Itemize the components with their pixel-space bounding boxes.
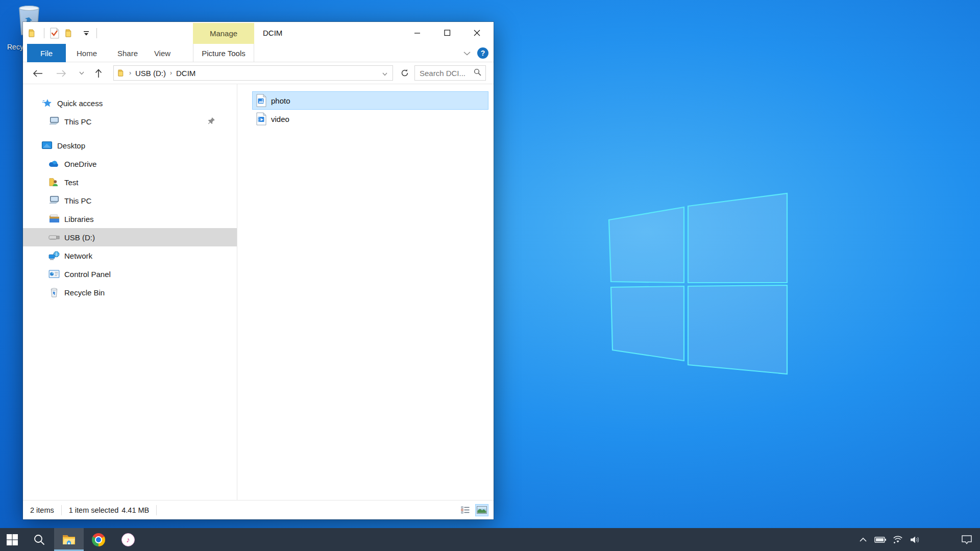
details-view-button[interactable] — [459, 504, 472, 516]
address-folder-icon — [114, 69, 127, 77]
title-bar[interactable]: Manage DCIM — [23, 22, 494, 44]
refresh-button[interactable] — [397, 65, 412, 81]
tray-expand-chevron-icon[interactable] — [854, 528, 872, 551]
file-name: video — [271, 115, 289, 123]
sidebar-item-usb-d[interactable]: USB (D:) — [23, 228, 237, 246]
start-button[interactable] — [0, 528, 24, 551]
up-button[interactable] — [91, 62, 106, 84]
network-icon — [48, 250, 60, 261]
items-count: 2 items — [23, 506, 61, 514]
toolbar-divider — [96, 28, 97, 38]
sidebar-item-label: This PC — [64, 196, 91, 205]
onedrive-cloud-icon — [48, 158, 60, 169]
folder-icon[interactable] — [28, 28, 39, 39]
file-item-video[interactable]: video — [252, 110, 488, 128]
this-pc-icon — [48, 195, 60, 206]
breadcrumb-chevron-icon: › — [127, 69, 133, 77]
sidebar-item-label: Libraries — [64, 215, 94, 223]
tab-home[interactable]: Home — [72, 44, 102, 62]
toolbar-divider — [44, 28, 44, 38]
quick-access-star-icon — [41, 97, 53, 109]
sidebar-item-quick-access[interactable]: Quick access — [23, 94, 237, 112]
start-icon — [6, 534, 18, 546]
quick-access-toolbar — [28, 22, 97, 44]
taskbar-search-button[interactable] — [24, 528, 54, 551]
folder-icon[interactable] — [65, 28, 76, 39]
user-folder-icon — [48, 177, 60, 188]
minimize-button[interactable] — [403, 22, 432, 44]
recycle-bin-icon — [48, 287, 60, 298]
image-file-icon — [256, 94, 267, 107]
taskbar-chrome-button[interactable] — [84, 528, 113, 551]
tab-share[interactable]: Share — [111, 44, 144, 62]
sidebar-item-network[interactable]: Network — [23, 246, 237, 265]
ribbon-tab-row: File Home Share View Picture Tools ? — [23, 44, 494, 62]
search-icon[interactable] — [474, 68, 485, 78]
selection-size: 4.41 MB — [121, 506, 156, 514]
breadcrumb-drive[interactable]: USB (D:) — [133, 69, 168, 78]
file-explorer-icon — [62, 534, 76, 546]
windows-logo-wallpaper — [605, 190, 795, 379]
customize-qat-dropdown-icon[interactable] — [81, 28, 92, 39]
taskbar-file-explorer-button[interactable] — [54, 528, 84, 551]
close-button[interactable] — [462, 22, 492, 44]
manage-contextual-tab-header[interactable]: Manage — [193, 23, 254, 44]
battery-icon[interactable] — [872, 528, 889, 551]
apply-check-icon[interactable] — [49, 28, 60, 39]
sidebar-item-recycle-bin[interactable]: Recycle Bin — [23, 283, 237, 302]
file-item-photo[interactable]: photo — [252, 91, 488, 110]
address-bar-row: › USB (D:) › DCIM — [23, 62, 494, 84]
sidebar-item-label: Test — [64, 178, 79, 187]
sidebar-item-label: Control Panel — [64, 270, 111, 279]
sidebar-group-gap — [23, 131, 237, 136]
search-box[interactable] — [414, 65, 486, 81]
sidebar-item-desktop[interactable]: Desktop — [23, 136, 237, 155]
forward-button[interactable] — [54, 62, 69, 84]
sidebar-item-label: Recycle Bin — [64, 288, 105, 297]
sidebar-item-control-panel[interactable]: Control Panel — [23, 265, 237, 283]
sidebar-item-onedrive[interactable]: OneDrive — [23, 155, 237, 173]
this-pc-icon — [48, 116, 60, 127]
sidebar-item-this-pc[interactable]: This PC — [23, 191, 237, 210]
taskbar: ♪ — [0, 528, 980, 551]
sidebar-item-label: Network — [64, 252, 92, 260]
maximize-button[interactable] — [432, 22, 462, 44]
recent-locations-chevron-icon[interactable] — [76, 62, 87, 84]
system-tray — [854, 528, 980, 551]
search-icon — [33, 534, 45, 546]
breadcrumb-folder[interactable]: DCIM — [174, 69, 198, 78]
large-icons-view-button[interactable] — [475, 504, 488, 516]
help-button[interactable]: ? — [477, 47, 488, 59]
video-file-icon — [256, 112, 267, 126]
tab-file[interactable]: File — [27, 44, 66, 62]
sidebar-item-this-pc-pinned[interactable]: This PC — [23, 112, 237, 131]
itunes-icon: ♪ — [121, 533, 135, 546]
selection-count: 1 item selected — [62, 506, 122, 514]
status-divider — [156, 505, 157, 515]
volume-icon[interactable] — [906, 528, 924, 551]
search-input[interactable] — [415, 69, 474, 78]
tab-picture-tools[interactable]: Picture Tools — [193, 44, 254, 62]
wifi-icon[interactable] — [889, 528, 906, 551]
sidebar-item-libraries[interactable]: Libraries — [23, 210, 237, 228]
tab-view[interactable]: View — [149, 44, 176, 62]
navigation-pane: Quick access This PC Desktop — [23, 84, 237, 500]
status-bar: 2 items 1 item selected 4.41 MB — [23, 500, 494, 519]
sidebar-item-label: Quick access — [57, 99, 103, 108]
breadcrumb-chevron-icon: › — [168, 69, 174, 77]
address-dropdown-chevron-icon[interactable] — [382, 69, 393, 78]
pin-icon — [207, 117, 215, 127]
file-name: photo — [271, 96, 290, 105]
sidebar-item-label: OneDrive — [64, 160, 96, 168]
chrome-icon — [92, 533, 105, 546]
window-title: DCIM — [263, 22, 282, 44]
sidebar-item-test[interactable]: Test — [23, 173, 237, 191]
expand-ribbon-chevron-icon[interactable] — [463, 49, 471, 58]
file-explorer-window: Manage DCIM File Home Share View Picture… — [23, 22, 494, 519]
action-center-icon[interactable] — [953, 528, 980, 551]
address-box[interactable]: › USB (D:) › DCIM — [113, 65, 393, 81]
taskbar-itunes-button[interactable]: ♪ — [113, 528, 143, 551]
back-button[interactable] — [30, 62, 45, 84]
explorer-content: Quick access This PC Desktop — [23, 84, 494, 500]
usb-drive-icon — [48, 232, 60, 243]
